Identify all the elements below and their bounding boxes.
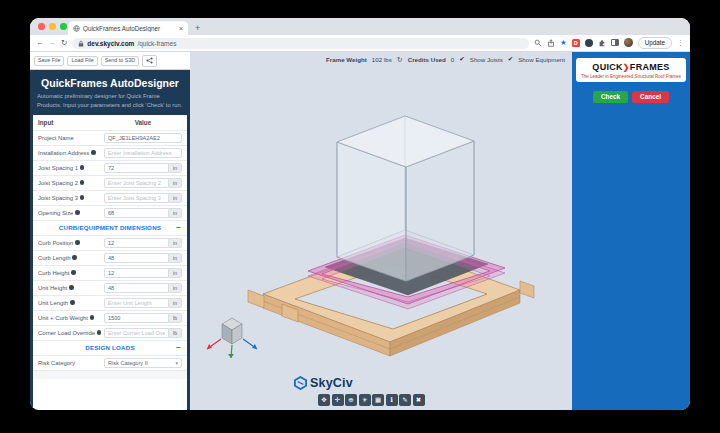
- delete-button[interactable]: ✖: [413, 394, 425, 406]
- extension-dot-icon[interactable]: [585, 39, 593, 47]
- installation-address-input[interactable]: [104, 148, 182, 158]
- risk-category-select[interactable]: Risk Category II▾: [104, 358, 182, 368]
- info-icon[interactable]: [75, 240, 80, 245]
- check-button[interactable]: Check: [593, 91, 628, 103]
- light-toggle-button[interactable]: ☀: [359, 394, 371, 406]
- unit-button[interactable]: in: [169, 283, 182, 293]
- table-row: Curb Position in: [33, 235, 187, 250]
- back-icon[interactable]: ←: [36, 39, 44, 47]
- project-name-input[interactable]: [104, 133, 182, 143]
- side-panel-icon[interactable]: [611, 39, 619, 46]
- forward-icon[interactable]: →: [49, 39, 57, 47]
- joist-spacing-3-input[interactable]: [104, 193, 169, 203]
- new-tab-button[interactable]: +: [195, 24, 200, 35]
- info-icon[interactable]: [80, 165, 85, 170]
- info-icon[interactable]: [80, 180, 85, 185]
- sidebar: Save File Load File Send to S3D QuickFra…: [30, 52, 190, 410]
- opening-size-input[interactable]: [104, 208, 169, 218]
- zoom-fit-button[interactable]: ⊕: [345, 394, 357, 406]
- table-row-clipped: [33, 370, 187, 379]
- table-row: Unit Height in: [33, 280, 187, 295]
- pan-tool-button[interactable]: ✥: [318, 394, 330, 406]
- curb-height-input[interactable]: [104, 268, 169, 278]
- unit-button[interactable]: in: [169, 298, 182, 308]
- info-button[interactable]: ℹ: [386, 394, 398, 406]
- window-minimize-button[interactable]: [49, 23, 56, 30]
- input-table: Input Value Project Name Installation Ad…: [33, 115, 187, 410]
- window-zoom-button[interactable]: [60, 23, 67, 30]
- quickframes-logo-card: QUICK❯FRAMES The Leader in Engineered St…: [576, 58, 686, 82]
- share-model-button[interactable]: [142, 55, 157, 67]
- refresh-credits-icon[interactable]: ↻: [397, 56, 403, 63]
- joist-spacing-2-input[interactable]: [104, 178, 169, 188]
- tab-close-icon[interactable]: ×: [179, 25, 183, 32]
- info-icon[interactable]: [70, 300, 75, 305]
- save-file-button[interactable]: Save File: [34, 56, 64, 66]
- joist-spacing-1-input[interactable]: [104, 163, 169, 173]
- show-joists-checkbox[interactable]: ✔: [459, 55, 464, 63]
- section-curb-equipment[interactable]: CURB/EQUIPMENT DIMENSIONS −: [33, 220, 187, 235]
- collapse-icon[interactable]: −: [176, 344, 181, 352]
- load-file-button[interactable]: Load File: [67, 56, 97, 66]
- info-icon[interactable]: [69, 285, 74, 290]
- share-icon[interactable]: [547, 39, 555, 47]
- browser-menu-icon[interactable]: ⋮: [677, 39, 684, 46]
- section-design-loads[interactable]: DESIGN LOADS −: [33, 340, 187, 355]
- orientation-cube[interactable]: [207, 318, 257, 358]
- info-icon[interactable]: [80, 195, 85, 200]
- curb-length-input[interactable]: [104, 253, 169, 263]
- browser-toolbar: ← → ↻ dev.skyciv.com/quick-frames ★ D Up…: [30, 35, 690, 52]
- address-bar[interactable]: dev.skyciv.com/quick-frames: [72, 38, 529, 49]
- table-row: Joist Spacing 2 in: [33, 175, 187, 190]
- credits-used-label: Credits Used: [408, 56, 446, 63]
- unit-button[interactable]: in: [169, 268, 182, 278]
- unit-button[interactable]: in: [169, 238, 182, 248]
- info-icon[interactable]: [75, 210, 80, 215]
- tab-favicon: [73, 25, 80, 32]
- info-icon[interactable]: [71, 270, 76, 275]
- info-icon[interactable]: [97, 330, 102, 335]
- model-scene[interactable]: [190, 52, 572, 410]
- url-host: dev.skyciv.com: [87, 40, 134, 47]
- unit-button[interactable]: in: [169, 253, 182, 263]
- curb-position-input[interactable]: [104, 238, 169, 248]
- row-label: Joist Spacing 3: [38, 195, 104, 201]
- profile-avatar[interactable]: [624, 38, 633, 47]
- unit-button[interactable]: in: [169, 178, 182, 188]
- unit-button[interactable]: lb: [169, 328, 182, 338]
- row-label: Curb Height: [38, 270, 104, 276]
- browser-tab[interactable]: QuickFrames AutoDesigner ×: [68, 21, 188, 35]
- unit-length-input[interactable]: [104, 298, 169, 308]
- info-icon[interactable]: [91, 150, 96, 155]
- table-header: Input Value: [33, 115, 187, 130]
- frame-weight-label: Frame Weight: [326, 56, 367, 63]
- row-label: Curb Position: [38, 240, 104, 246]
- info-icon[interactable]: [72, 255, 77, 260]
- unit-button[interactable]: in: [169, 193, 182, 203]
- tab-bar: QuickFrames AutoDesigner × +: [30, 18, 690, 35]
- collapse-icon[interactable]: −: [176, 224, 181, 232]
- window-close-button[interactable]: [38, 23, 45, 30]
- show-equipment-checkbox[interactable]: ✔: [508, 55, 513, 63]
- cancel-button[interactable]: Cancel: [632, 91, 669, 103]
- unit-button[interactable]: lb: [169, 313, 182, 323]
- unit-button[interactable]: in: [169, 163, 182, 173]
- views-button[interactable]: ▦: [372, 394, 384, 406]
- viewport-3d[interactable]: Frame Weight 102 lbs ↻ Credits Used 0 ✔ …: [190, 52, 572, 410]
- reload-icon[interactable]: ↻: [61, 39, 67, 47]
- corner-load-override-input[interactable]: [104, 328, 169, 338]
- table-row: Unit + Curb Weight lb: [33, 310, 187, 325]
- search-icon[interactable]: [534, 39, 542, 47]
- send-to-s3d-button[interactable]: Send to S3D: [101, 56, 140, 66]
- annotate-button[interactable]: ✎: [399, 394, 411, 406]
- info-icon[interactable]: [90, 315, 95, 320]
- update-button[interactable]: Update: [638, 37, 672, 48]
- row-label: Joist Spacing 1: [38, 165, 104, 171]
- extension-d-icon[interactable]: D: [572, 39, 580, 47]
- bookmark-star-icon[interactable]: ★: [560, 39, 567, 47]
- unit-button[interactable]: in: [169, 208, 182, 218]
- unit-height-input[interactable]: [104, 283, 169, 293]
- unit-curb-weight-input[interactable]: [104, 313, 169, 323]
- extensions-puzzle-icon[interactable]: [598, 39, 606, 47]
- move-tool-button[interactable]: ✛: [332, 394, 344, 406]
